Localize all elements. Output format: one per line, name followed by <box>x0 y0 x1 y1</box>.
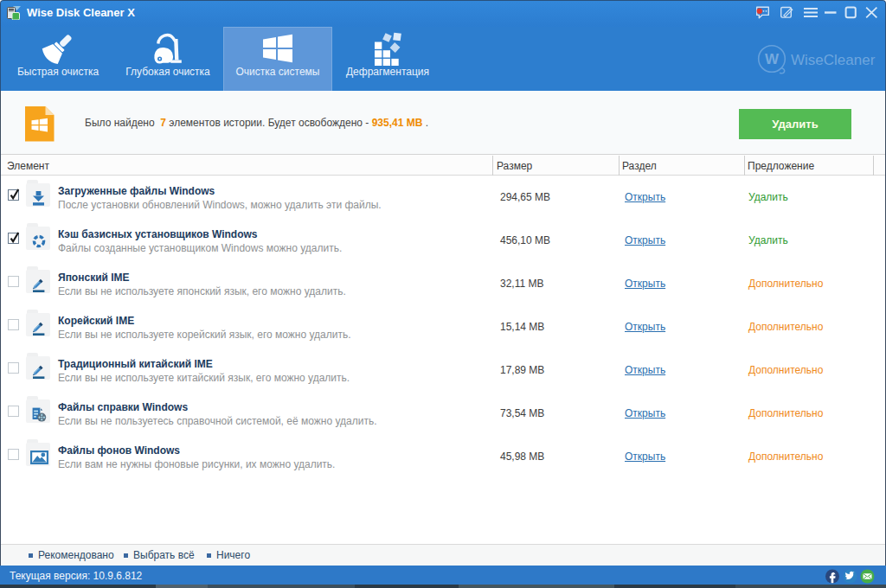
svg-text:WiseCleaner: WiseCleaner <box>791 52 876 68</box>
svg-text:W: W <box>765 51 780 67</box>
